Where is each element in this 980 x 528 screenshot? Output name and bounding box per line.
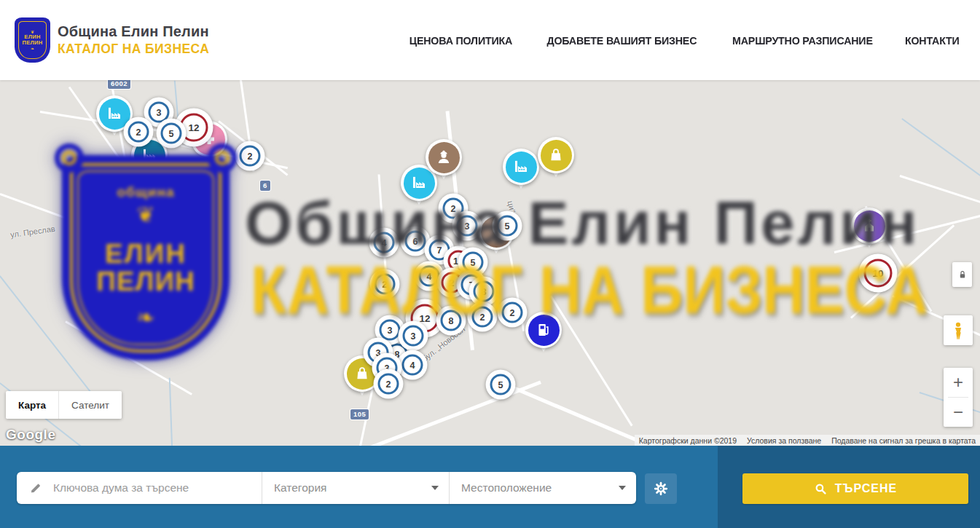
- map-cluster-marker[interactable]: 2: [374, 369, 404, 399]
- location-dropdown-label: Местоположение: [461, 481, 552, 494]
- pencil-icon: [28, 481, 43, 495]
- map-cluster-marker[interactable]: 8: [436, 306, 466, 336]
- site-logo[interactable]: ❦ ЕЛИН ПЕЛИН ❧ Община Елин Пелин КАТАЛОГ…: [16, 19, 209, 61]
- site-subtitle: КАТАЛОГ НА БИЗНЕСА: [58, 42, 209, 57]
- main-nav: ЦЕНОВА ПОЛИТИКАДОБАВЕТЕ ВАШИЯТ БИЗНЕСМАР…: [407, 34, 961, 47]
- attribution-text: Картографски данни ©2019: [639, 436, 737, 445]
- site-title: Община Елин Пелин: [58, 23, 209, 40]
- watermark-title: Община Елин Пелин: [245, 188, 920, 259]
- lock-icon[interactable]: [952, 262, 972, 287]
- advanced-search-gear-button[interactable]: [645, 473, 677, 504]
- map-attribution: Картографски данни ©2019Условия за ползв…: [635, 435, 980, 446]
- keyword-search-input[interactable]: [52, 481, 234, 495]
- search-submit-button[interactable]: ТЪРСЕНЕ: [742, 473, 968, 504]
- google-logo[interactable]: Google: [6, 427, 55, 443]
- zoom-in-button[interactable]: +: [944, 368, 973, 397]
- map-cluster-marker[interactable]: 2: [235, 141, 265, 171]
- category-dropdown-label: Категория: [274, 481, 326, 494]
- attribution-link[interactable]: Условия за ползване: [747, 436, 821, 445]
- nav-item-3[interactable]: КОНТАКТИ: [905, 34, 960, 47]
- street-view-pegman-icon[interactable]: [944, 315, 973, 345]
- road-number-badge: 105: [350, 409, 369, 419]
- map-canvas[interactable]: ул. Преславци"бул. „Новосел60026105 1232…: [0, 80, 980, 446]
- search-bar: Категория Местоположение: [0, 446, 980, 528]
- nav-item-0[interactable]: ЦЕНОВА ПОЛИТИКА: [409, 34, 512, 47]
- road-number-badge: 6: [260, 181, 270, 191]
- map-cluster-marker[interactable]: 3: [452, 211, 482, 241]
- zoom-out-button[interactable]: −: [944, 398, 973, 427]
- search-button-label: ТЪРСЕНЕ: [835, 482, 897, 495]
- map-cluster-marker[interactable]: 2: [468, 302, 498, 332]
- crest-line2: ПЕЛИН: [23, 40, 43, 47]
- map-cluster-marker[interactable]: 5: [493, 211, 522, 241]
- street-label: ул. Преслав: [9, 224, 55, 239]
- attribution-link[interactable]: Подаване на сигнал за грешка в картата: [831, 436, 976, 445]
- map-cluster-marker[interactable]: 4: [369, 228, 399, 258]
- map-cluster-marker[interactable]: 10: [859, 254, 898, 293]
- gear-icon: [653, 481, 669, 497]
- watermark-crest: община ❦ ЕЛИН ПЕЛИН ❧: [62, 155, 230, 360]
- nav-item-2[interactable]: МАРШРУТНО РАЗПИСАНИЕ: [732, 34, 873, 47]
- crest-line1: ЕЛИН: [24, 34, 40, 41]
- nav-item-1[interactable]: ДОБАВЕТЕ ВАШИЯТ БИЗНЕС: [546, 34, 697, 47]
- map-cluster-marker[interactable]: 5: [486, 370, 516, 400]
- map-cluster-marker[interactable]: 4: [398, 350, 428, 380]
- search-icon: [814, 482, 828, 496]
- chevron-down-icon: [619, 486, 626, 490]
- map-type-map-button[interactable]: Карта: [6, 391, 58, 419]
- search-input-group: Категория Местоположение: [17, 472, 636, 504]
- map-type-control: Карта Сателит: [6, 391, 122, 419]
- zoom-control: + −: [944, 368, 973, 427]
- category-dropdown[interactable]: Категория: [262, 472, 449, 504]
- road-number-badge: 6002: [108, 80, 130, 89]
- page: ❦ ЕЛИН ПЕЛИН ❧ Община Елин Пелин КАТАЛОГ…: [0, 0, 980, 528]
- watermark-subtitle: КАТАЛОГ НА БИЗНЕСА: [251, 252, 928, 328]
- map-cluster-marker[interactable]: 2: [124, 117, 154, 147]
- location-dropdown[interactable]: Местоположение: [450, 472, 636, 504]
- map-cluster-marker[interactable]: 3: [399, 321, 428, 351]
- map-type-satellite-button[interactable]: Сателит: [58, 391, 122, 419]
- map-cluster-marker[interactable]: 2: [370, 269, 400, 299]
- header: ❦ ЕЛИН ПЕЛИН ❧ Община Елин Пелин КАТАЛОГ…: [0, 0, 980, 80]
- municipality-crest-icon: ❦ ЕЛИН ПЕЛИН ❧: [16, 19, 49, 61]
- chevron-down-icon: [431, 486, 439, 490]
- map-cluster-marker[interactable]: 5: [157, 119, 187, 149]
- keyword-section: [17, 472, 262, 504]
- map-cluster-marker[interactable]: 2: [498, 298, 528, 328]
